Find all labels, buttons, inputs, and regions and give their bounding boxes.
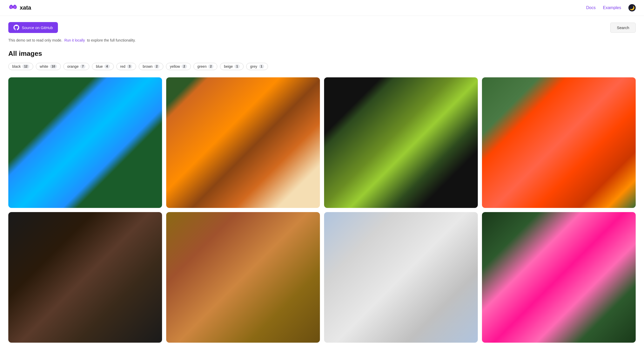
github-source-button[interactable]: Source on GitHub	[8, 22, 58, 33]
tag-label: yellow	[170, 64, 180, 69]
tag-label: blue	[96, 64, 103, 69]
moon-icon: 🌙	[629, 5, 635, 10]
info-bar: This demo set to read only mode. Run it …	[8, 38, 636, 42]
tag-black[interactable]: black 12	[8, 63, 33, 70]
tag-blue[interactable]: blue 4	[92, 63, 113, 70]
tag-label: grey	[250, 64, 257, 69]
tag-count: 7	[80, 64, 86, 69]
tag-label: brown	[143, 64, 152, 69]
top-bar: Source on GitHub Search	[8, 22, 636, 33]
dark-mode-toggle[interactable]: 🌙	[628, 4, 636, 11]
github-button-label: Source on GitHub	[22, 25, 53, 30]
tag-count: 10	[50, 64, 57, 69]
tag-count: 12	[22, 64, 29, 69]
tag-label: white	[40, 64, 48, 69]
image-card-8[interactable]	[482, 212, 636, 343]
tag-label: green	[197, 64, 207, 69]
svg-point-0	[12, 7, 14, 8]
tag-count: 1	[234, 64, 240, 69]
image-card-2[interactable]	[166, 77, 320, 208]
tag-count: 2	[208, 64, 214, 69]
tag-beige[interactable]: beige 1	[220, 63, 244, 70]
tag-yellow[interactable]: yellow 2	[166, 63, 191, 70]
docs-link[interactable]: Docs	[586, 5, 595, 10]
tag-count: 4	[104, 64, 110, 69]
tag-label: black	[12, 64, 21, 69]
nav-links: Docs Examples 🌙	[586, 4, 636, 11]
tag-label: orange	[67, 64, 79, 69]
tag-brown[interactable]: brown 2	[139, 63, 163, 70]
tag-count: 1	[259, 64, 264, 69]
tag-grey[interactable]: grey 1	[246, 63, 268, 70]
info-text-before: This demo set to read only mode.	[8, 38, 62, 42]
image-card-1[interactable]	[8, 77, 162, 208]
tag-green[interactable]: green 2	[193, 63, 218, 70]
tag-count: 2	[182, 64, 187, 69]
header: xata Docs Examples 🌙	[0, 0, 644, 16]
section-title: All images	[8, 50, 636, 58]
tag-label: red	[120, 64, 125, 69]
tag-count: 2	[154, 64, 160, 69]
image-card-4[interactable]	[482, 77, 636, 208]
tag-red[interactable]: red 3	[116, 63, 136, 70]
image-card-5[interactable]	[8, 212, 162, 343]
search-button[interactable]: Search	[610, 23, 636, 33]
tag-orange[interactable]: orange 7	[63, 63, 89, 70]
main-content: Source on GitHub Search This demo set to…	[0, 16, 644, 349]
image-card-3[interactable]	[324, 77, 478, 208]
tag-count: 3	[127, 64, 132, 69]
logo-area: xata	[8, 4, 31, 11]
run-locally-link[interactable]: Run it locally	[64, 38, 85, 42]
image-card-7[interactable]	[324, 212, 478, 343]
github-icon	[14, 25, 19, 30]
xata-logo-icon	[8, 4, 18, 11]
tag-white[interactable]: white 10	[36, 63, 61, 70]
examples-link[interactable]: Examples	[603, 5, 621, 10]
tags-row: black 12 white 10 orange 7 blue 4 red 3 …	[8, 63, 636, 70]
info-text-after: to explore the full functionality.	[87, 38, 136, 42]
logo-text: xata	[20, 4, 31, 11]
image-card-6[interactable]	[166, 212, 320, 343]
tag-label: beige	[224, 64, 233, 69]
image-grid	[8, 77, 636, 343]
